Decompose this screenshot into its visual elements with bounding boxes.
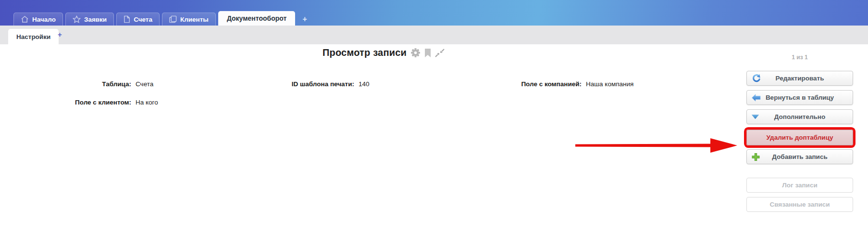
star-icon	[73, 15, 81, 23]
button-label: Дополнительно	[774, 113, 826, 120]
tab-label: Начало	[32, 16, 56, 23]
delete-subtable-button[interactable]: Удалить доптаблицу	[746, 130, 853, 145]
field-value-tablica: Счета	[136, 80, 153, 88]
tab-zayavki[interactable]: Заявки	[65, 13, 114, 26]
tab-scheta[interactable]: Счета	[116, 13, 160, 26]
tab-label: Клиенты	[180, 16, 209, 23]
collapse-icon[interactable]	[435, 49, 445, 57]
field-label-pole-kompaniey: Поле с компанией:	[457, 80, 582, 88]
tab-nastroyki[interactable]: Настройки	[8, 29, 59, 44]
related-records-button[interactable]: Связанные записи	[746, 197, 853, 212]
additional-button[interactable]: Дополнительно	[746, 109, 853, 124]
edit-button[interactable]: Редактировать	[746, 71, 853, 86]
back-to-table-button[interactable]: Вернуться в таблицу	[746, 90, 853, 105]
tab-label: Заявки	[84, 16, 107, 23]
secondary-tab-bar: Настройки +	[0, 26, 868, 44]
button-label: Лог записи	[782, 182, 817, 189]
back-icon	[752, 94, 761, 102]
top-navigation-bar: Начало Заявки Счета	[0, 0, 868, 26]
chevron-down-icon	[752, 115, 759, 119]
field-value-pole-klientom: На кого	[136, 99, 158, 106]
edit-icon	[752, 74, 761, 83]
tab-label: Документооборот	[227, 14, 287, 22]
tab-klienty[interactable]: Клиенты	[162, 13, 216, 26]
record-log-button[interactable]: Лог записи	[746, 178, 853, 193]
plus-icon	[752, 153, 760, 161]
field-label-pole-klientom: Поле с клиентом:	[0, 99, 131, 106]
subtab-label: Настройки	[16, 33, 50, 40]
field-value-id-shablona: 140	[359, 80, 370, 88]
record-pager: 1 из 1	[746, 54, 853, 61]
main-tabstrip: Начало Заявки Счета	[13, 11, 312, 26]
add-record-button[interactable]: Добавить запись	[746, 149, 853, 164]
record-view-panel: Просмотр записи	[0, 44, 868, 236]
bookmark-icon[interactable]	[424, 49, 431, 57]
tab-label: Счета	[134, 16, 152, 23]
app-window: Начало Заявки Счета	[0, 0, 868, 236]
record-title-bar: Просмотр записи	[0, 47, 750, 58]
button-label: Вернуться в таблицу	[766, 94, 834, 101]
field-value-pole-kompaniey: Наша компания	[586, 80, 633, 88]
document-icon	[124, 15, 130, 23]
copy-icon	[169, 15, 177, 23]
gear-icon[interactable]	[410, 48, 421, 58]
home-icon	[21, 15, 29, 23]
field-label-tablica: Таблица:	[0, 80, 131, 88]
page-title: Просмотр записи	[322, 47, 407, 58]
field-label-id-shablona: ID шаблона печати:	[231, 80, 354, 88]
tab-dokumentooborot[interactable]: Документооборот	[218, 11, 296, 26]
tab-nachalo[interactable]: Начало	[13, 13, 63, 26]
button-label: Удалить доптаблицу	[767, 134, 833, 141]
annotation-arrow	[572, 136, 740, 155]
button-label: Добавить запись	[772, 153, 827, 160]
button-label: Редактировать	[776, 75, 824, 82]
add-subtab-button[interactable]: +	[54, 28, 66, 40]
button-label: Связанные записи	[769, 201, 830, 208]
add-main-tab-button[interactable]: +	[298, 13, 311, 26]
